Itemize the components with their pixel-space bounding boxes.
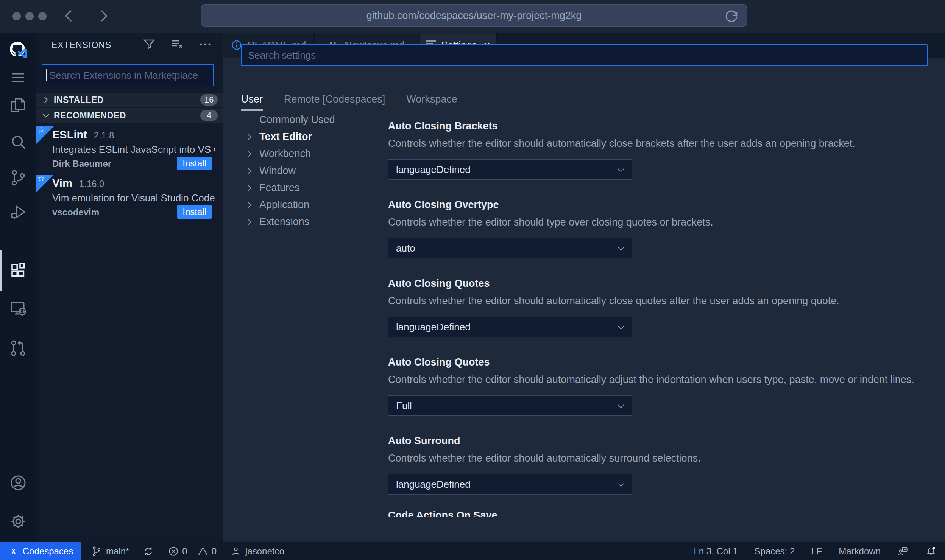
chevron-right-icon — [244, 132, 254, 142]
extension-item-eslint[interactable]: ☆ ESLint 2.1.8 Integrates ESLint JavaScr… — [36, 126, 223, 173]
more-actions-icon[interactable] — [198, 37, 212, 53]
tree-item-window[interactable]: Window — [244, 162, 369, 179]
extensions-sidebar: EXTENSIONS — [36, 33, 223, 542]
dropdown-value: auto — [396, 243, 415, 254]
refresh-icon[interactable] — [723, 8, 740, 25]
notifications-status[interactable] — [925, 546, 937, 557]
install-button[interactable]: Install — [177, 157, 212, 170]
tree-item-features[interactable]: Features — [244, 179, 369, 196]
section-installed[interactable]: INSTALLED 16 — [36, 93, 223, 107]
setting-description: Controls whether the editor should autom… — [388, 453, 929, 464]
install-button[interactable]: Install — [177, 205, 212, 219]
tree-item-extensions[interactable]: Extensions — [244, 213, 369, 230]
error-count: 0 — [182, 546, 187, 557]
error-icon — [168, 546, 179, 557]
setting-auto-indent: Auto Closing Quotes Controls whether the… — [388, 356, 929, 416]
forward-icon[interactable] — [94, 7, 112, 26]
problems-status[interactable]: 0 0 — [168, 546, 217, 557]
indentation-status[interactable]: Spaces: 2 — [755, 546, 795, 557]
chevron-right-icon — [244, 200, 254, 210]
setting-title: Auto Closing Overtype — [388, 199, 929, 211]
setting-dropdown[interactable]: languageDefined — [388, 317, 632, 337]
extension-name: Vim — [52, 177, 72, 190]
chevron-right-icon — [244, 217, 254, 227]
remote-icon — [8, 546, 19, 557]
chevron-down-icon — [616, 165, 626, 175]
window-controls[interactable] — [12, 12, 47, 20]
filter-icon[interactable] — [142, 37, 156, 53]
source-control-icon[interactable] — [9, 169, 27, 187]
setting-description: Controls whether the editor should autom… — [388, 374, 929, 386]
extensions-search-input[interactable] — [42, 64, 214, 86]
setting-dropdown[interactable]: auto — [388, 238, 632, 258]
address-bar[interactable]: github.com/codespaces/user-my-project-mg… — [201, 4, 747, 27]
chevron-right-icon — [41, 95, 51, 105]
clear-extensions-icon[interactable] — [170, 37, 184, 53]
run-debug-icon[interactable] — [9, 203, 27, 221]
person-icon — [230, 546, 242, 557]
setting-auto-closing-quotes: Auto Closing Quotes Controls whether the… — [388, 278, 929, 337]
branch-label: main* — [106, 546, 129, 557]
user-status[interactable]: jasonetco — [230, 546, 284, 557]
extension-version: 1.16.0 — [79, 179, 104, 189]
window-maximize-button[interactable] — [38, 12, 47, 20]
pull-request-icon[interactable] — [9, 339, 27, 357]
feedback-status[interactable] — [897, 546, 909, 557]
extensions-search[interactable] — [42, 64, 214, 86]
cursor-position-status[interactable]: Ln 3, Col 1 — [694, 546, 738, 557]
setting-dropdown[interactable]: Full — [388, 395, 632, 416]
menu-icon[interactable] — [9, 68, 27, 87]
extension-item-vim[interactable]: ☆ Vim 1.16.0 Vim emulation for Visual St… — [36, 175, 223, 222]
tree-label: Workbench — [259, 148, 311, 160]
sync-icon — [143, 546, 154, 557]
section-recommended[interactable]: RECOMMENDED 4 — [36, 108, 223, 123]
status-bar: Codespaces main* 0 — [0, 542, 945, 560]
extension-author: vscodevim — [52, 207, 99, 218]
scope-tab-user[interactable]: User — [241, 89, 263, 110]
setting-description: Controls whether the editor should autom… — [388, 138, 929, 149]
branch-status[interactable]: main* — [91, 546, 129, 557]
tree-item-commonly-used[interactable]: Commonly Used — [244, 111, 369, 128]
bell-icon — [925, 546, 937, 557]
remote-explorer-icon[interactable] — [9, 299, 27, 317]
account-icon[interactable] — [9, 474, 27, 492]
window-close-button[interactable] — [12, 12, 21, 20]
setting-title: Auto Surround — [388, 435, 929, 447]
sidebar-title: EXTENSIONS — [51, 40, 111, 50]
tree-item-text-editor[interactable]: Text Editor — [244, 128, 369, 145]
settings-gear-icon[interactable] — [9, 512, 27, 530]
tree-label: Application — [259, 199, 309, 211]
tree-item-application[interactable]: Application — [244, 196, 369, 213]
user-label: jasonetco — [245, 546, 284, 557]
setting-title: Code Actions On Save — [388, 510, 929, 517]
chevron-down-icon — [616, 401, 626, 411]
dropdown-value: languageDefined — [396, 321, 471, 333]
explorer-icon[interactable] — [9, 96, 27, 114]
setting-dropdown[interactable]: languageDefined — [388, 474, 632, 495]
recommended-count-badge: 4 — [200, 110, 218, 121]
extensions-icon[interactable] — [9, 261, 27, 280]
eol-status[interactable]: LF — [811, 546, 822, 557]
scope-tab-remote[interactable]: Remote [Codespaces] — [284, 89, 385, 110]
sync-status[interactable] — [143, 546, 154, 557]
warning-icon — [197, 546, 209, 557]
language-mode-status[interactable]: Markdown — [839, 546, 881, 557]
back-icon[interactable] — [61, 7, 79, 26]
branch-icon — [91, 546, 102, 557]
dropdown-value: languageDefined — [396, 479, 471, 490]
setting-dropdown[interactable]: languageDefined — [388, 159, 632, 180]
app-window: github.com/codespaces/user-my-project-mg… — [0, 0, 945, 560]
star-icon: ☆ — [37, 174, 45, 183]
settings-list: Auto Closing Brackets Controls whether t… — [388, 33, 929, 517]
tree-item-workbench[interactable]: Workbench — [244, 145, 369, 162]
codespaces-status-button[interactable]: Codespaces — [0, 542, 81, 560]
github-codespaces-logo — [9, 41, 27, 59]
search-icon[interactable] — [9, 133, 27, 151]
window-minimize-button[interactable] — [25, 12, 34, 20]
chevron-down-icon — [616, 480, 626, 490]
chevron-down-icon — [616, 322, 626, 332]
extension-description: Integrates ESLint JavaScript into VS C..… — [52, 144, 215, 156]
tree-label: Features — [259, 182, 300, 194]
browser-chrome: github.com/codespaces/user-my-project-mg… — [0, 0, 945, 33]
setting-auto-surround: Auto Surround Controls whether the edito… — [388, 435, 929, 495]
